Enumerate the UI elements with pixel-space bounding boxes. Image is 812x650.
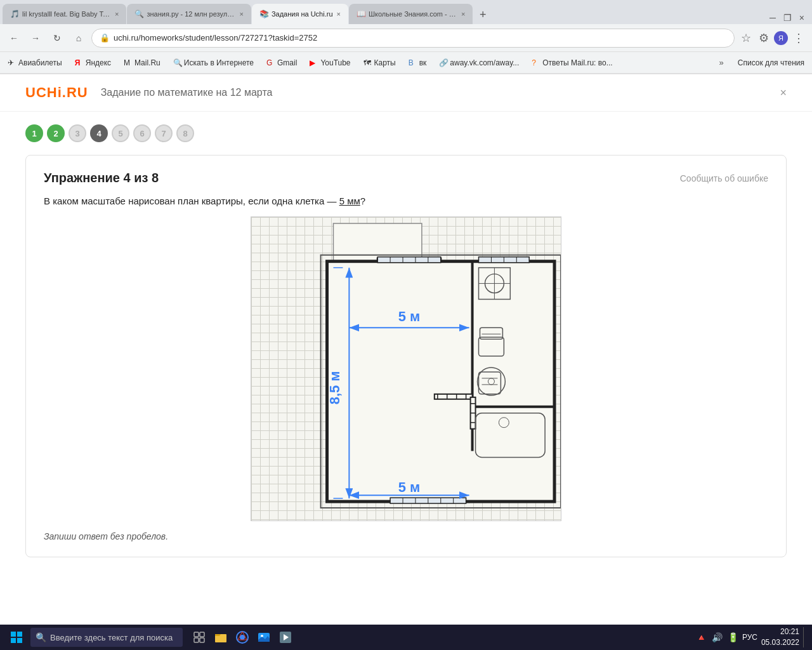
floor-plan-container: 5 м 8,5 м 5 м [251,216,561,521]
youtube-icon: ▶ [310,58,318,67]
bookmark-away-vk[interactable]: 🔗 away.vk.com/away... [436,57,521,69]
tab-1[interactable]: 🎵 lil krystalll feat. Big Baby Tap... × [3,4,126,24]
dot-2[interactable]: 2 [47,124,65,142]
time-display: 20:21 [761,627,799,637]
new-tab-button[interactable]: + [473,5,492,24]
svg-text:5 м: 5 м [398,479,420,495]
tab-close-2[interactable]: × [239,10,243,18]
tab-close-4[interactable]: × [461,10,465,18]
battery-icon[interactable]: 🔋 [728,632,738,642]
bookmark-gmail[interactable]: G Gmail [264,57,299,69]
mailru-icon: M [124,58,133,67]
task-title: Задание по математике на 12 марта [101,87,273,98]
tab-close-3[interactable]: × [337,10,341,18]
bookmark-label: вк [419,58,427,67]
svg-rect-25 [435,394,473,399]
dot-6[interactable]: 6 [133,124,151,142]
aviabilety-icon: ✈ [8,58,16,67]
page-content: UCHi.RU Задание по математике на 12 март… [0,74,812,625]
bookmark-otvety[interactable]: ? Ответы Mail.ru: во... [529,57,615,69]
gmail-icon: G [266,58,275,67]
language-indicator[interactable]: РУС [742,633,757,642]
system-clock[interactable]: 20:21 05.03.2022 [761,627,799,648]
minimize-button[interactable]: ─ [767,11,778,24]
address-bar[interactable]: 🔒 uchi.ru/homeworks/student/lesson/72727… [91,29,735,48]
close-task-button[interactable]: × [780,86,787,100]
uchi-logo: UCHi.RU [25,84,88,101]
lock-icon: 🔒 [100,33,110,43]
back-button[interactable]: ← [5,29,23,47]
close-browser-button[interactable]: × [797,11,807,24]
forward-button[interactable]: → [27,29,44,47]
svg-rect-58 [11,632,16,637]
system-tray: 🔺 🔊 🔋 [696,632,738,642]
browser-chrome: 🎵 lil krystalll feat. Big Baby Tap... × … [0,0,812,74]
bookmark-yandex[interactable]: Я Яндекс [72,57,114,69]
bookmark-label: Искать в Интернете [184,58,254,67]
bookmark-label: Mail.Ru [134,58,160,67]
reload-button[interactable]: ↻ [48,29,66,47]
bookmark-label: away.vk.com/away... [450,58,519,67]
highlight-5mm: 5 мм [339,196,360,206]
away-vk-icon: 🔗 [439,58,448,67]
tab-label-4: Школьные Знания.com - Реша... [369,10,457,18]
dot-4[interactable]: 4 [90,124,108,142]
tab-3[interactable]: 📚 Задания на Uchi.ru × [252,4,348,24]
taskbar-search-box[interactable]: 🔍 Введите здесь текст для поиска [30,628,183,647]
bookmark-label: Карты [374,58,396,67]
extensions-icon[interactable]: ⚙ [756,30,771,46]
chrome-taskbar-button[interactable] [232,627,252,647]
dot-1[interactable]: 1 [25,124,43,142]
svg-rect-65 [200,638,204,642]
tab-close-1[interactable]: × [115,10,119,18]
uchi-header: UCHi.RU Задание по математике на 12 март… [0,74,812,112]
address-text: uchi.ru/homeworks/student/lesson/727271?… [114,33,317,43]
bookmark-vk[interactable]: B вк [406,57,429,69]
bookmark-star-icon[interactable]: ☆ [738,30,754,46]
volume-icon[interactable]: 🔊 [712,632,723,642]
menu-icon[interactable]: ⋮ [790,30,807,46]
dot-7[interactable]: 7 [155,124,173,142]
vk-icon: B [409,58,417,67]
dot-3[interactable]: 3 [69,124,86,142]
logo-text: UCHi.RU [25,84,88,100]
search-bm-icon: 🔍 [173,58,182,67]
bookmark-search[interactable]: 🔍 Искать в Интернете [171,57,256,69]
dot-8[interactable]: 8 [176,124,194,142]
start-button[interactable] [5,627,28,647]
file-explorer-button[interactable] [211,627,231,647]
show-desktop-button[interactable] [803,627,807,647]
svg-rect-2 [327,262,555,501]
tab-2[interactable]: 🔍 знания.ру - 12 млн результатов... × [127,4,251,24]
tab-4[interactable]: 📖 Школьные Знания.com - Реша... × [349,4,473,24]
svg-rect-61 [17,638,22,643]
bookmark-aviabilety[interactable]: ✈ Авиабилеты [5,57,65,69]
dot-5[interactable]: 5 [112,124,129,142]
svg-text:5 м: 5 м [398,308,420,324]
windows-logo-icon [10,631,23,644]
tab-label-3: Задания на Uchi.ru [272,10,333,18]
photo-viewer-button[interactable] [254,627,274,647]
taskbar-right: 🔺 🔊 🔋 РУС 20:21 05.03.2022 [696,627,807,648]
report-error-button[interactable]: Сообщить об ошибке [680,173,768,183]
restore-button[interactable]: ❐ [781,11,794,24]
chrome-icon [236,631,249,644]
maps-icon: 🗺 [363,58,372,67]
media-button[interactable] [275,627,296,647]
media-icon [279,631,292,644]
svg-rect-62 [194,632,199,637]
bookmark-mailru[interactable]: M Mail.Ru [121,57,163,69]
bookmark-youtube[interactable]: ▶ YouTube [307,57,353,69]
reading-list-button[interactable]: Список для чтения [735,57,807,69]
home-button[interactable]: ⌂ [70,29,88,47]
bookmark-maps[interactable]: 🗺 Карты [361,57,398,69]
tab-label-1: lil krystalll feat. Big Baby Tap... [22,10,111,18]
network-icon[interactable]: 🔺 [696,632,707,642]
taskview-button[interactable] [189,627,209,647]
exercise-title: Упражнение 4 из 8 [44,171,159,185]
bookmarks-more[interactable]: » [719,58,724,67]
progress-dots: 1 2 3 4 5 6 7 8 [0,112,812,149]
floor-plan-svg: 5 м 8,5 м 5 м [251,217,561,521]
svg-rect-59 [17,632,22,637]
profile-icon[interactable]: Я [774,31,788,45]
